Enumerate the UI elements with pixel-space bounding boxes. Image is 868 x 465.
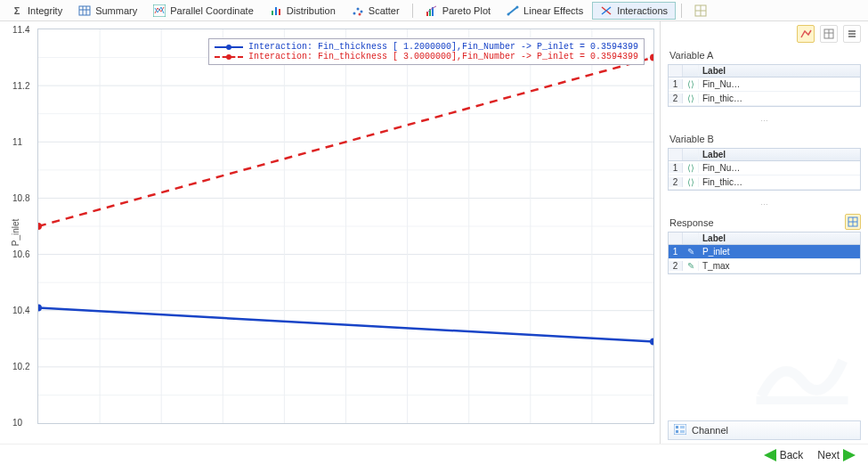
toolbar-divider [412,4,413,18]
table-row[interactable]: 1⟨⟩Fin_Nu… [669,161,860,175]
legend-text: Interaction: Fin_thickness [ 1.2000000],… [248,42,638,52]
response-icon: ✎ [683,247,699,257]
arrow-left-icon [764,449,776,461]
response-grid-button[interactable] [845,214,861,230]
chart-area: P_inlet 11.4 11.2 11 10.8 10.6 10.4 10.2… [0,21,661,444]
variable-b-table: Label 1⟨⟩Fin_Nu… 2⟨⟩Fin_thic… [668,148,861,191]
response-icon: ✎ [683,261,699,271]
legend-swatch-icon: .legend-row:nth-child(1) .lg-line::after… [215,46,243,48]
channel-selector[interactable]: Channel [668,420,861,440]
toolbar-divider [681,4,682,18]
tab-scatter[interactable]: Scatter [345,2,407,20]
table-row[interactable]: 2⟨⟩Fin_thic… [669,175,860,190]
y-tick: 11.4 [12,25,29,35]
response-label: Response [661,214,723,230]
svg-rect-65 [680,430,685,433]
table-icon [78,4,91,17]
variable-a-label: Variable A [661,46,868,62]
side-panel: Variable A Label 1⟨⟩Fin_Nu… 2⟨⟩Fin_thic…… [661,21,868,444]
tab-linear-effects[interactable]: Linear Effects [499,2,590,20]
svg-point-10 [360,10,362,12]
tab-label: Scatter [369,5,400,16]
row-label: P_inlet [699,246,860,257]
chart-legend: .legend-row:nth-child(1) .lg-line::after… [208,38,645,65]
svg-point-49 [38,223,42,230]
tab-summary[interactable]: Summary [71,2,144,20]
variable-b-label: Variable B [661,130,868,146]
sigma-icon: Σ [11,4,23,17]
svg-rect-61 [674,424,686,435]
tab-pareto-plot[interactable]: Pareto Plot [418,2,498,20]
linear-icon [507,4,519,17]
variable-icon: ⟨⟩ [683,177,699,187]
variable-icon: ⟨⟩ [683,94,699,103]
variable-icon: ⟨⟩ [683,163,699,173]
row-label: Fin_Nu… [699,162,860,174]
column-header: Label [699,232,860,244]
back-button[interactable]: Back [764,449,804,461]
tab-extra-grid[interactable] [687,2,714,20]
y-tick: 10.8 [12,193,29,203]
row-label: T_max [699,260,860,272]
svg-rect-0 [79,6,90,15]
table-row[interactable]: 1⟨⟩Fin_Nu… [669,78,860,92]
y-tick: 10.4 [12,306,29,315]
svg-rect-64 [680,426,685,428]
y-axis-label: P_inlet [11,219,20,247]
table-row[interactable]: 2✎T_max [669,259,860,273]
scatter-icon [352,4,364,17]
parallel-icon [153,4,166,17]
main-area: P_inlet 11.4 11.2 11 10.8 10.6 10.4 10.2… [0,21,868,444]
list-view-button[interactable] [843,25,861,43]
overflow-indicator: … [661,196,868,214]
next-label: Next [817,449,840,461]
y-tick: 10.6 [12,249,29,259]
response-table: Label 1✎P_inlet 2✎T_max [668,232,861,274]
column-header: Label [699,65,860,77]
tab-integrity[interactable]: Σ Integrity [4,2,69,20]
bar-chart-icon [270,4,282,17]
svg-rect-5 [272,11,273,15]
svg-rect-62 [676,426,678,428]
svg-point-17 [516,5,519,8]
footer-nav: Back Next [0,444,868,465]
interactions-icon [600,4,612,17]
tab-label: Distribution [287,5,336,16]
svg-line-15 [508,7,517,14]
next-button[interactable]: Next [817,449,856,461]
overflow-indicator: … [661,112,868,130]
plot-canvas[interactable]: .legend-row:nth-child(1) .lg-line::after… [37,29,654,424]
tab-label: Pareto Plot [442,5,491,16]
tab-label: Summary [95,5,137,16]
grid-icon [694,4,707,17]
arrow-right-icon [843,449,856,461]
table-row[interactable]: 1✎P_inlet [669,245,860,259]
svg-point-9 [356,7,359,10]
tab-label: Integrity [28,5,62,16]
tab-distribution[interactable]: Distribution [263,2,343,20]
legend-text: Interaction: Fin_thickness [ 3.0000000],… [248,52,638,61]
tab-label: Linear Effects [523,5,583,16]
channel-label: Channel [692,425,728,436]
tab-parallel-coordinate[interactable]: Parallel Coordinate [146,2,261,20]
svg-rect-4 [153,4,166,17]
tab-interactions[interactable]: Interactions [592,2,676,20]
svg-point-8 [353,12,355,14]
y-tick: 11.2 [12,81,29,91]
svg-rect-63 [676,430,678,433]
channel-icon [674,424,686,436]
svg-point-50 [650,54,653,61]
line-chart-button[interactable] [797,25,815,43]
y-tick: 10 [12,418,22,428]
tab-label: Interactions [617,5,668,16]
table-row[interactable]: 2⟨⟩Fin_thic… [669,92,860,106]
legend-item: .legend-row:nth-child(1) .lg-line::after… [215,42,638,52]
variable-a-table: Label 1⟨⟩Fin_Nu… 2⟨⟩Fin_thic… [668,64,861,107]
y-tick: 10.2 [12,362,29,371]
row-label: Fin_thic… [699,176,860,188]
y-tick: 11 [12,137,22,147]
row-label: Fin_Nu… [699,78,860,90]
tab-label: Parallel Coordinate [170,5,254,16]
table-view-button[interactable] [820,25,838,43]
svg-rect-7 [279,9,280,15]
